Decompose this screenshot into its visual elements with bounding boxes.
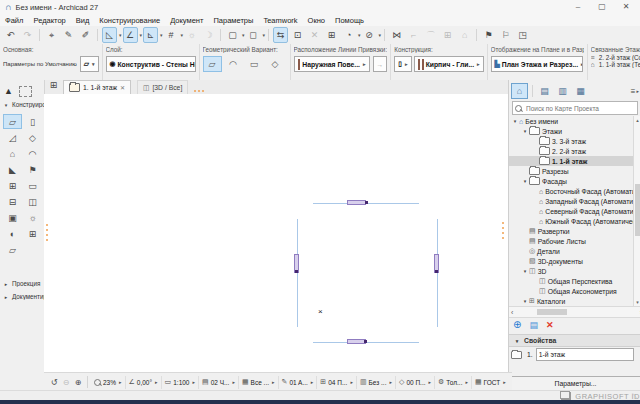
zoom-out-icon[interactable]: ⊖ <box>60 376 72 389</box>
layer-select-button[interactable]: ◉ Конструктив - Стены Не... ▸ <box>106 56 196 72</box>
dimension-style-chip[interactable]: ⚙ Тол... ▸ <box>435 376 472 389</box>
story-name-field[interactable] <box>536 348 634 361</box>
refline-select-button[interactable]: Наружная Пове... ▸ <box>294 56 370 72</box>
snap-guides-icon[interactable]: ∠ <box>123 27 138 43</box>
view-map-icon[interactable]: ▤ <box>536 83 553 99</box>
column-tool[interactable]: ▯ <box>23 114 42 129</box>
right-splitter-handle[interactable] <box>502 222 504 239</box>
geometry-polygon-button[interactable]: ◇ <box>266 56 285 72</box>
close-button[interactable]: ✕ <box>614 0 638 13</box>
gravity-icon[interactable]: ☼ <box>184 27 199 43</box>
tree-item-south-elevation[interactable]: ⌂ Южный Фасад (Автоматическ <box>509 216 633 226</box>
minimize-button[interactable]: – <box>566 0 590 13</box>
virtual-trace-icon[interactable]: ⊡ <box>290 27 305 43</box>
zone-tool[interactable]: ◐ <box>3 226 22 241</box>
wall-line-right[interactable] <box>437 219 438 327</box>
structure-type-button[interactable]: ▯ ▸ <box>394 56 411 72</box>
compass-icon[interactable]: ◔ <box>341 27 356 43</box>
slab-tool[interactable]: ◇ <box>23 130 42 145</box>
menu-view[interactable]: Вид <box>71 16 95 25</box>
snap-guides-dropdown[interactable]: ▾ <box>140 32 143 38</box>
geometry-rectangle-button[interactable]: ▭ <box>245 56 264 72</box>
orientation-dropdown[interactable]: ▾ <box>379 32 382 38</box>
zoom-level-chip[interactable]: 23% ▸ <box>91 376 126 389</box>
fillet-icon[interactable]: ⌒ <box>423 27 438 43</box>
orientation-chip[interactable]: ∠ 0,00° ▸ <box>126 376 162 389</box>
tree-item-interior-elevations[interactable]: ▤ Развертки <box>509 226 633 236</box>
current-story-label[interactable]: 1. 1-й этаж (Теку <box>599 61 640 68</box>
tree-item-perspective[interactable]: ◫ Общая Перспектива <box>509 276 633 286</box>
wall-node-top[interactable] <box>365 201 368 204</box>
mesh-tool[interactable]: ⊞ <box>23 226 42 241</box>
tree-item-3d-documents[interactable]: ▧ 3D-документы <box>509 256 633 266</box>
tabbar-drag-handle[interactable] <box>194 90 204 92</box>
properties-section-header[interactable]: ▾ Свойства <box>509 334 640 347</box>
resize-icon[interactable]: ⊞ <box>440 27 455 43</box>
model-view-chip[interactable]: ⊞ 04 П... ▸ <box>317 376 357 389</box>
roof-tool[interactable]: ⌂ <box>3 146 22 161</box>
arrow-tool-icon[interactable]: ▲ <box>4 86 13 97</box>
tab-floor-plan[interactable]: 1. 1-й этаж ✕ <box>63 80 131 94</box>
tree-item-east-elevation[interactable]: ⌂ Восточный Фасад (Автоматич <box>509 186 633 196</box>
resize-grip[interactable]: ⟍ <box>632 392 637 400</box>
elevate-icon[interactable]: ⌂ <box>457 27 472 43</box>
publisher-icon[interactable]: ▦ <box>572 83 589 99</box>
wall-node-bottom[interactable] <box>364 340 367 343</box>
menu-teamwork[interactable]: Teamwork <box>258 16 302 25</box>
explode-icon[interactable]: ✕ <box>307 27 322 43</box>
layout-book-icon[interactable]: ▥ <box>554 83 571 99</box>
snap-points-dropdown[interactable]: ▾ <box>160 32 163 38</box>
scroll-left-icon[interactable]: ‹ <box>511 309 513 316</box>
object-tool[interactable]: ▣ <box>3 210 22 225</box>
toolbox-section-design[interactable]: ▾ Конструиров <box>2 101 44 108</box>
wall-tool[interactable]: ▱ <box>3 114 22 129</box>
refline-flip-button[interactable]: → <box>373 56 388 72</box>
tree-item-worksheets[interactable]: ▤ Рабочие Листы <box>509 236 633 246</box>
lock-dropdown[interactable]: ▾ <box>263 32 266 38</box>
geometry-curved-button[interactable]: ◠ <box>224 56 243 72</box>
upper-story-label[interactable]: 2. 2-й этаж (Собс <box>599 54 640 61</box>
tree-item-west-elevation[interactable]: ⌂ Западный Фасад (Автоматиче <box>509 196 633 206</box>
lock-icon[interactable]: ◻ <box>246 27 261 43</box>
menu-design[interactable]: Конструирование <box>94 16 165 25</box>
tree-item-3d[interactable]: ▾ ◫ 3D <box>509 266 633 276</box>
orientation-icon[interactable]: ⊘ <box>362 27 377 43</box>
tree-item-details[interactable]: ◎ Детали <box>509 246 633 256</box>
zoom-in-icon[interactable]: ⊕ <box>72 376 84 389</box>
lamp-tool[interactable]: ☼ <box>23 210 42 225</box>
graphisoft-id-icon[interactable] <box>561 392 571 400</box>
wall-node-right[interactable] <box>435 270 438 273</box>
tree-item-stories[interactable]: ▾ Этажи <box>509 126 633 136</box>
wall-default-button[interactable]: ▱ ▾ <box>80 56 99 72</box>
floor-plan-canvas[interactable]: × <box>44 94 508 372</box>
split-icon[interactable]: ⋈ <box>389 27 404 43</box>
pen-set-chip[interactable]: ✎ 01 A... ▸ <box>279 376 318 389</box>
menu-file[interactable]: Файл <box>0 16 28 25</box>
tree-item-north-elevation[interactable]: ⌂ Северный Фасад (Автоматиче <box>509 206 633 216</box>
layer-combination-chip[interactable]: ▤ 02 Ч... ▸ <box>199 376 239 389</box>
snap-points-icon[interactable]: ⊾ <box>143 27 158 43</box>
settings-button[interactable]: Параметры... <box>510 376 640 391</box>
scroll-up-icon[interactable]: ▴ <box>634 116 640 124</box>
window-tool[interactable]: ⊟ <box>3 194 22 209</box>
stair-tool[interactable]: ▱ <box>3 242 22 257</box>
tree-item-story-3[interactable]: 3. 3-й этаж <box>509 136 633 146</box>
adjust-icon[interactable]: ⌐ <box>406 27 421 43</box>
renovation-filter-chip[interactable]: ◇ 00 П... ▸ <box>396 376 435 389</box>
mouse-constraints-icon[interactable]: ☽ <box>201 27 216 43</box>
favorites-icon[interactable]: ◳ <box>515 27 530 43</box>
geometry-straight-button[interactable]: ▱ <box>203 56 222 72</box>
door-tool[interactable]: ▭ <box>23 178 42 193</box>
tree-item-story-1[interactable]: 1. 1-й этаж <box>509 156 633 166</box>
structure-display-chip[interactable]: ▦ Все ... ▸ <box>239 376 279 389</box>
pickup-parameters-icon[interactable]: ⌖ <box>44 27 59 43</box>
grid-snap-dropdown[interactable]: ▾ <box>181 32 184 38</box>
project-map-icon[interactable]: ⌂ <box>511 83 528 99</box>
building-material-button[interactable]: Кирпич - Гли... ▸ <box>414 56 484 72</box>
tree-item-sections[interactable]: Разрезы <box>509 166 633 176</box>
left-splitter-handle[interactable] <box>46 224 48 241</box>
align-icon[interactable]: ⊞ <box>324 27 339 43</box>
tree-item-schedules[interactable]: ▾ ⊞ Каталоги <box>509 296 633 306</box>
measure-icon[interactable]: ✐ <box>78 27 93 43</box>
menu-document[interactable]: Документ <box>165 16 208 25</box>
